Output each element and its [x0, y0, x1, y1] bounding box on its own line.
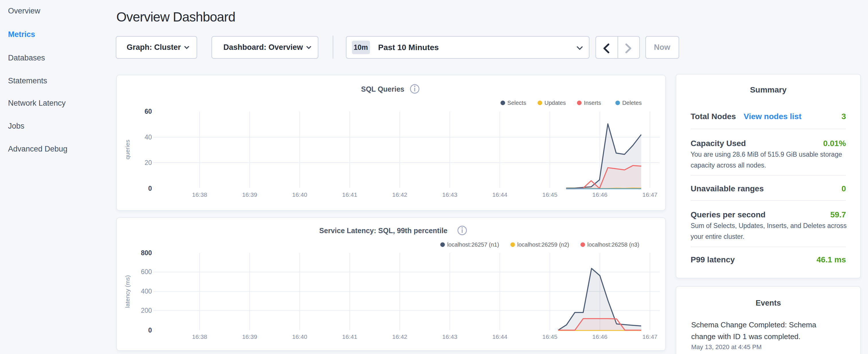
svg-text:600: 600: [141, 268, 152, 276]
svg-text:Service Latency: SQL, 99th per: Service Latency: SQL, 99th percentile: [319, 227, 447, 234]
svg-text:40: 40: [145, 133, 152, 141]
svg-text:queries: queries: [124, 140, 131, 160]
svg-text:Updates: Updates: [545, 100, 566, 106]
svg-text:Inserts: Inserts: [584, 100, 601, 106]
svg-text:16:43: 16:43: [442, 191, 457, 198]
svg-text:16:46: 16:46: [592, 333, 608, 340]
svg-text:Deletes: Deletes: [622, 100, 642, 106]
svg-text:16:44: 16:44: [492, 191, 507, 198]
svg-text:16:39: 16:39: [242, 333, 257, 340]
svg-text:localhost:26259 (n2): localhost:26259 (n2): [517, 242, 569, 248]
svg-text:16:46: 16:46: [592, 191, 608, 198]
svg-text:16:39: 16:39: [242, 191, 257, 198]
svg-text:16:40: 16:40: [292, 191, 308, 198]
svg-text:400: 400: [141, 288, 152, 295]
svg-text:60: 60: [145, 108, 152, 115]
svg-text:SQL Queries: SQL Queries: [361, 85, 404, 93]
svg-text:16:45: 16:45: [542, 333, 558, 340]
svg-text:localhost:26258 (n3): localhost:26258 (n3): [587, 242, 639, 248]
svg-text:16:42: 16:42: [392, 333, 407, 340]
svg-text:0: 0: [148, 185, 152, 192]
svg-text:200: 200: [141, 307, 152, 314]
svg-text:800: 800: [141, 249, 152, 257]
svg-text:0: 0: [148, 326, 152, 334]
svg-text:16:45: 16:45: [542, 191, 558, 198]
svg-text:16:44: 16:44: [492, 333, 507, 340]
svg-text:16:41: 16:41: [342, 333, 358, 340]
svg-text:16:38: 16:38: [192, 191, 207, 198]
svg-text:16:42: 16:42: [392, 191, 407, 198]
svg-text:16:38: 16:38: [192, 333, 207, 340]
svg-text:16:47: 16:47: [643, 333, 658, 340]
svg-text:Selects: Selects: [507, 100, 526, 106]
svg-text:16:40: 16:40: [292, 333, 308, 340]
svg-text:20: 20: [145, 159, 152, 166]
svg-text:16:41: 16:41: [342, 191, 358, 198]
svg-text:16:43: 16:43: [442, 333, 457, 340]
svg-text:latency (ms): latency (ms): [124, 275, 131, 308]
svg-text:16:47: 16:47: [643, 191, 658, 198]
svg-text:localhost:26257 (n1): localhost:26257 (n1): [447, 242, 499, 248]
